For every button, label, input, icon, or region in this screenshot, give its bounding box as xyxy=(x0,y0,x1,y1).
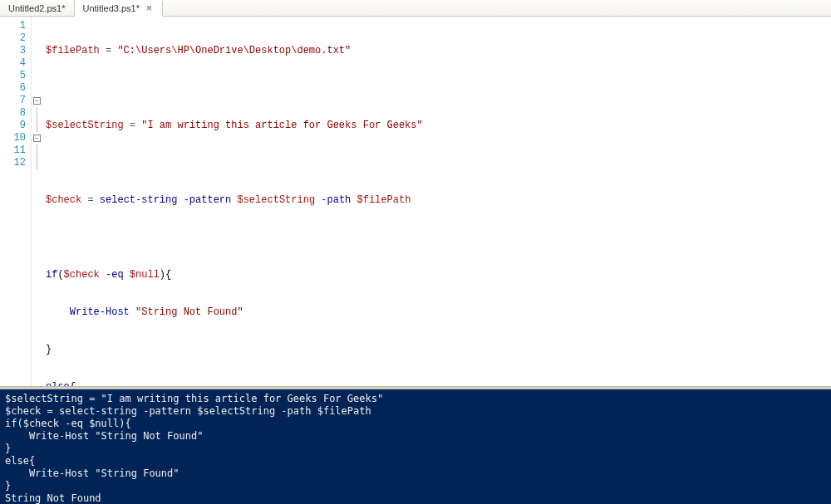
code-line xyxy=(46,232,423,244)
line-number: 4 xyxy=(0,57,27,70)
line-number: 8 xyxy=(0,107,27,120)
code-line: if($check -eq $null){ xyxy=(46,269,423,281)
console-line: } xyxy=(5,480,826,492)
line-number: 10 xyxy=(0,132,27,144)
tab-label: Untitled2.ps1* xyxy=(8,3,66,13)
line-number: 3 xyxy=(0,45,27,57)
line-number: 12 xyxy=(0,157,27,169)
fold-line-icon xyxy=(37,120,37,132)
console-line: $check = select-string -pattern $selectS… xyxy=(5,405,826,418)
line-number: 1 xyxy=(0,20,27,32)
fold-line-icon xyxy=(37,107,37,120)
code-area[interactable]: $filePath = "C:\Users\HP\OneDrive\Deskto… xyxy=(42,17,423,386)
code-line: $filePath = "C:\Users\HP\OneDrive\Deskto… xyxy=(46,45,423,57)
fold-line-icon xyxy=(37,157,37,169)
line-number: 7 xyxy=(0,95,27,107)
tab-bar: Untitled2.ps1* Untitled3.ps1* × xyxy=(0,0,831,17)
console-line: } xyxy=(5,443,826,455)
fold-line-icon xyxy=(37,144,37,157)
line-number-gutter: 1 2 3 4 5 6 7 8 9 10 11 12 xyxy=(0,17,32,386)
tab-untitled3[interactable]: Untitled3.ps1* × xyxy=(75,1,164,17)
collapse-icon[interactable]: − xyxy=(33,97,41,105)
code-line xyxy=(46,157,423,169)
tab-untitled2[interactable]: Untitled2.ps1* xyxy=(0,0,75,16)
close-icon[interactable]: × xyxy=(145,2,154,14)
console-line: Write-Host "String Found" xyxy=(5,467,826,480)
console-pane[interactable]: $selectString = "I am writing this artic… xyxy=(0,389,831,504)
line-number: 6 xyxy=(0,82,27,95)
console-line: else{ xyxy=(5,455,826,467)
console-line: String Not Found xyxy=(5,492,826,504)
editor-pane[interactable]: 1 2 3 4 5 6 7 8 9 10 11 12 − − $filePath… xyxy=(0,17,831,386)
code-line: $check = select-string -pattern $selectS… xyxy=(46,194,423,207)
console-line: if($check -eq $null){ xyxy=(5,418,826,430)
fold-gutter: − − xyxy=(32,17,42,386)
collapse-icon[interactable]: − xyxy=(33,135,41,142)
code-line: Write-Host "String Not Found" xyxy=(46,306,423,319)
line-number: 2 xyxy=(0,32,27,45)
line-number: 5 xyxy=(0,70,27,82)
line-number: 11 xyxy=(0,144,27,157)
console-line: $selectString = "I am writing this artic… xyxy=(5,393,826,405)
tab-label: Untitled3.ps1* xyxy=(83,3,140,13)
code-line xyxy=(46,82,423,95)
code-line: $selectString = "I am writing this artic… xyxy=(46,120,423,132)
line-number: 9 xyxy=(0,120,27,132)
console-line: Write-Host "String Not Found" xyxy=(5,430,826,443)
code-line: } xyxy=(46,344,423,356)
